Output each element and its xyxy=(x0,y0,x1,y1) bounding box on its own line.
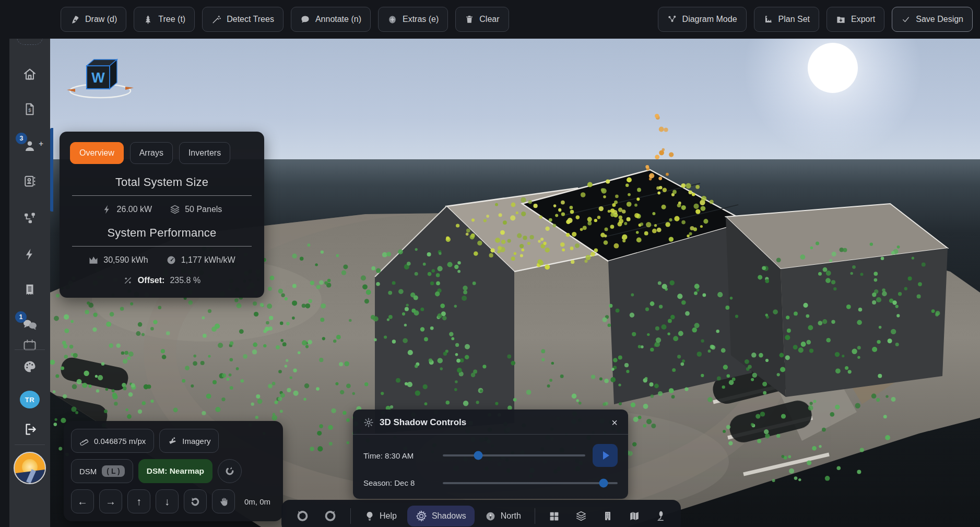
close-icon[interactable]: × xyxy=(611,417,618,428)
pan-up-button[interactable]: ↑ xyxy=(127,489,150,513)
sidebar-item-messages[interactable]: 1 xyxy=(21,317,38,332)
avatar-initials: TR xyxy=(20,391,40,408)
imagery-brush-icon xyxy=(168,436,177,446)
sidebar-divider xyxy=(15,349,45,350)
imagery-button[interactable]: Imagery xyxy=(159,429,219,453)
sidebar-item-invoices[interactable]: $ xyxy=(23,102,37,116)
check-icon xyxy=(901,15,911,24)
user-avatar[interactable]: TR xyxy=(20,391,40,408)
annotate-label: Annotate (n) xyxy=(315,15,361,24)
tab-inverters[interactable]: Inverters xyxy=(179,142,230,164)
draw-label: Draw (d) xyxy=(85,15,117,24)
plan-set-button[interactable]: Plan Set xyxy=(754,7,819,32)
pen-icon xyxy=(70,15,80,25)
pan-down-button[interactable]: ↓ xyxy=(156,489,179,513)
rotate-ccw-button[interactable] xyxy=(291,505,314,527)
sidebar-item-theme[interactable] xyxy=(22,359,37,374)
draw-button[interactable]: Draw (d) xyxy=(61,7,126,32)
north-label: North xyxy=(501,511,521,521)
street-mic-button[interactable] xyxy=(651,506,671,526)
sidebar-item-system-diagram[interactable] xyxy=(22,211,37,226)
extras-button[interactable]: Extras (e) xyxy=(378,7,448,32)
hand-icon xyxy=(219,497,229,507)
right-house-wall-front xyxy=(781,248,948,397)
tree-icon xyxy=(143,15,153,25)
detect-trees-button[interactable]: Detect Trees xyxy=(202,7,284,32)
clear-button[interactable]: Clear xyxy=(455,7,509,32)
divider xyxy=(72,246,252,247)
microphone-icon xyxy=(656,510,666,522)
shadow-panel-title: 3D Shadow Controls xyxy=(380,417,606,428)
tree-label: Tree (t) xyxy=(158,15,185,24)
diagram-mode-label: Diagram Mode xyxy=(682,15,737,24)
speech-bubble-icon xyxy=(300,15,310,25)
reset-rotation-button[interactable] xyxy=(218,459,242,483)
play-shadow-animation-button[interactable] xyxy=(593,444,618,467)
pan-hand-button[interactable] xyxy=(212,489,235,513)
dsm-toggle-button[interactable]: DSM ( L ) xyxy=(71,459,133,483)
cursor-coordinates: 0m, 0m xyxy=(244,497,270,506)
layers-icon xyxy=(170,204,180,215)
imagery-label: Imagery xyxy=(182,437,210,446)
annotate-button[interactable]: Annotate (n) xyxy=(291,7,371,32)
app-logo[interactable] xyxy=(14,452,46,484)
save-design-button[interactable]: Save Design xyxy=(892,7,973,32)
time-slider[interactable] xyxy=(443,454,585,456)
tab-overview[interactable]: Overview xyxy=(70,142,124,164)
yield-value: 1,177 kWh/kW xyxy=(181,255,235,265)
save-design-label: Save Design xyxy=(916,15,963,24)
size-heading: Total System Size xyxy=(70,175,254,189)
rotate-cw-button[interactable] xyxy=(319,505,342,527)
toolbar-divider xyxy=(350,508,351,524)
tab-arrays[interactable]: Arrays xyxy=(130,142,173,164)
north-button[interactable]: North xyxy=(480,506,526,526)
season-slider[interactable] xyxy=(443,482,618,484)
undo-rotate-button[interactable] xyxy=(184,489,207,513)
shadows-label: Shadows xyxy=(432,511,466,521)
plus-circle-icon xyxy=(387,15,397,25)
pan-right-button[interactable]: → xyxy=(99,489,122,513)
sidebar: $ 3 + 1 TR xyxy=(9,4,50,527)
palette-icon xyxy=(22,359,37,374)
dsm-source-button[interactable]: DSM: Nearmap xyxy=(138,459,212,483)
magic-wand-icon xyxy=(211,15,221,25)
area-chart-icon xyxy=(88,255,99,265)
gauge-icon xyxy=(166,255,176,265)
ruler-icon xyxy=(79,436,89,446)
cube-face-label: W xyxy=(91,70,105,86)
sidebar-item-receipt[interactable] xyxy=(23,283,37,297)
offset-value: 235.8 % xyxy=(170,276,200,285)
export-folder-icon xyxy=(836,15,846,25)
divider xyxy=(353,434,628,435)
tree-button[interactable]: Tree (t) xyxy=(134,7,195,32)
sidebar-item-contact-card[interactable] xyxy=(23,174,37,188)
logout-button[interactable] xyxy=(22,422,37,437)
receipt-icon xyxy=(23,283,37,297)
help-button[interactable]: Help xyxy=(359,506,402,526)
layers-button[interactable] xyxy=(570,506,592,526)
diagram-mode-button[interactable]: Diagram Mode xyxy=(658,7,747,32)
pan-left-button[interactable]: ← xyxy=(71,489,94,513)
stats-tabs: Overview Arrays Inverters xyxy=(70,142,254,164)
sidebar-item-home[interactable] xyxy=(22,67,37,81)
system-size-value: 26.00 kW xyxy=(117,205,152,214)
shadows-toggle-button[interactable]: Shadows xyxy=(407,506,475,526)
time-slider-thumb[interactable] xyxy=(474,451,483,460)
sidebar-item-energy[interactable] xyxy=(23,248,37,261)
lightning-icon xyxy=(23,248,37,261)
buildings-button[interactable] xyxy=(597,506,618,526)
sidebar-item-contacts[interactable]: 3 + xyxy=(22,138,38,154)
export-button[interactable]: Export xyxy=(826,7,884,32)
scale-button[interactable]: 0.046875 m/px xyxy=(71,429,154,453)
map-button[interactable] xyxy=(623,506,645,526)
lightbulb-icon xyxy=(364,511,375,521)
season-slider-thumb[interactable] xyxy=(599,478,608,487)
building-icon xyxy=(603,511,613,521)
sidebar-divider-bottom xyxy=(15,444,45,445)
yield-stat: 1,177 kWh/kW xyxy=(166,255,235,265)
grid-view-button[interactable] xyxy=(544,506,565,526)
performance-heading: System Performance xyxy=(70,226,254,240)
plan-set-label: Plan Set xyxy=(778,15,810,24)
divider xyxy=(72,195,252,196)
diagram-nodes-icon xyxy=(667,15,677,25)
